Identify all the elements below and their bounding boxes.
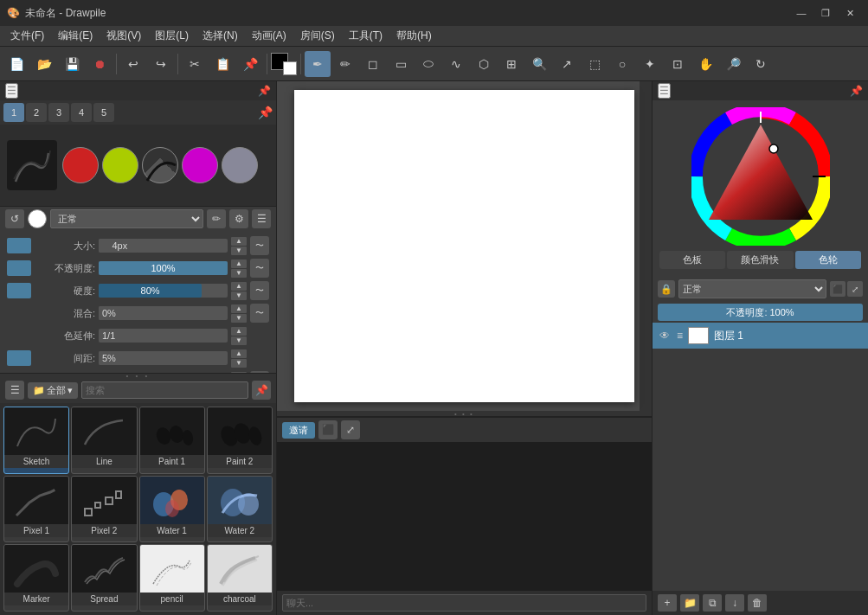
pencil-tool[interactable]: ✏ [332, 51, 358, 77]
brush-cell-charcoal[interactable]: charcoal [207, 544, 273, 612]
size-down[interactable]: ▼ [231, 247, 247, 255]
redo-button[interactable]: ↪ [148, 51, 174, 77]
right-panel-menu-button[interactable]: ☰ [658, 83, 671, 99]
record-button[interactable]: ⏺ [87, 51, 113, 77]
rectangle-tool[interactable]: ▭ [388, 51, 414, 77]
blend-spin[interactable]: ▲ ▼ [231, 304, 247, 323]
menu-tools[interactable]: 工具(T) [342, 27, 389, 45]
color-indicator-dot[interactable] [769, 144, 778, 153]
new-button[interactable]: 📄 [3, 51, 29, 77]
right-panel-collapse-button[interactable]: 📌 [850, 85, 863, 97]
stretch-down[interactable]: ▼ [231, 336, 247, 345]
color-wheel-svg[interactable] [691, 107, 830, 246]
minimize-button[interactable]: — [790, 4, 813, 22]
new-group-button[interactable]: 📁 [680, 594, 699, 612]
merge-layer-button[interactable]: ↓ [725, 594, 744, 612]
cut-button[interactable]: ✂ [182, 51, 208, 77]
hardness-spin[interactable]: ▲ ▼ [231, 282, 247, 300]
hardness-slider[interactable]: 80% [99, 284, 228, 298]
menu-view[interactable]: 视图(V) [100, 27, 148, 45]
brush-cell-pixel1[interactable]: Pixel 1 [3, 476, 69, 543]
menu-edit[interactable]: 编辑(E) [51, 27, 100, 45]
open-button[interactable]: 📂 [31, 51, 57, 77]
brush-cell-pencil[interactable]: pencil [139, 544, 205, 612]
fill-tool[interactable]: ⬡ [471, 51, 497, 77]
brush-tab-5[interactable]: 5 [93, 103, 114, 122]
eraser-tool[interactable]: ◻ [360, 51, 386, 77]
brush-cell-water2[interactable]: Water 2 [207, 476, 273, 543]
spacing-down[interactable]: ▼ [231, 359, 247, 368]
layer-visibility-button[interactable]: 👁 [658, 329, 672, 343]
brush-tab-1[interactable]: 1 [3, 103, 24, 122]
blend-curve-button[interactable]: 〜 [250, 304, 269, 323]
stretch-spin[interactable]: ▲ ▼ [231, 327, 247, 345]
maximize-button[interactable]: ❐ [814, 4, 837, 22]
color-triangle[interactable] [709, 125, 813, 220]
size-slider[interactable]: 4px [99, 239, 228, 253]
hand-tool[interactable]: ✋ [692, 51, 718, 77]
hardness-down[interactable]: ▼ [231, 291, 247, 300]
library-folder-button[interactable]: 📁 全部 ▾ [28, 382, 78, 399]
opacity-curve-button[interactable]: 〜 [250, 259, 269, 278]
library-menu-button[interactable]: ☰ [5, 381, 24, 400]
brush-tool[interactable]: ✒ [305, 51, 331, 77]
hardness-curve-button[interactable]: 〜 [250, 281, 269, 300]
brush-tab-3[interactable]: 3 [48, 103, 69, 122]
brush-cell-line[interactable]: Line [71, 407, 137, 474]
brush-cell-marker[interactable]: Marker [3, 544, 69, 612]
invite-button[interactable]: 邀请 [282, 422, 315, 439]
layer-item-1[interactable]: 👁 ≡ 图层 1 [653, 323, 868, 349]
paste-button[interactable]: 📌 [237, 51, 263, 77]
add-layer-button[interactable]: + [658, 594, 677, 612]
ellipse-tool[interactable]: ⬭ [415, 51, 441, 77]
brush-cell-paint2[interactable]: Paint 2 [207, 407, 273, 474]
brush-cell-water1[interactable]: Water 1 [139, 476, 205, 543]
chat-expand-button[interactable]: ⤢ [341, 420, 360, 439]
size-up[interactable]: ▲ [231, 237, 247, 246]
stretch-slider[interactable]: 1/1 [99, 329, 228, 343]
blend-btn-1[interactable]: ⬛ [830, 281, 845, 297]
size-spin[interactable]: ▲ ▼ [231, 237, 247, 255]
spacing-spin[interactable]: ▲ ▼ [231, 349, 247, 368]
brush-settings-button[interactable]: ⚙ [229, 209, 248, 228]
blend-btn-2[interactable]: ⤢ [847, 281, 863, 297]
brush-color-indicator[interactable] [28, 209, 47, 228]
menu-help[interactable]: 帮助(H) [389, 27, 439, 45]
menu-file[interactable]: 文件(F) [3, 27, 51, 45]
blend-mode-select[interactable]: 正常 正片叠底 滤色 [50, 209, 203, 228]
copy-button[interactable]: 📋 [209, 51, 235, 77]
undo-button[interactable]: ↩ [120, 51, 146, 77]
rotate-tool[interactable]: ↻ [748, 51, 774, 77]
library-search-input[interactable] [81, 381, 248, 399]
layer-lock-button[interactable]: 🔒 [658, 280, 675, 298]
stretch-up[interactable]: ▲ [231, 327, 247, 336]
spacing-slider[interactable]: 5% [99, 351, 228, 365]
panel-menu-button[interactable]: ☰ [5, 83, 18, 99]
transform-tool[interactable]: ⊞ [498, 51, 524, 77]
chat-toggle-button[interactable]: ⬛ [318, 420, 338, 439]
blend-slider[interactable]: 0% [99, 306, 228, 320]
brush-extra-button[interactable]: ☰ [252, 209, 271, 228]
brush-edit-button[interactable]: ✏ [207, 209, 226, 228]
brush-cell-paint1[interactable]: Paint 1 [139, 407, 205, 474]
marquee-tool[interactable]: ⊡ [665, 51, 691, 77]
brush-cell-spread[interactable]: Spread [71, 544, 137, 612]
color-tab-slider[interactable]: 颜色滑快 [727, 251, 793, 269]
brush-reset-button[interactable]: ↺ [5, 209, 24, 228]
color-tab-palette[interactable]: 色板 [659, 251, 725, 269]
menu-select[interactable]: 选择(N) [196, 27, 245, 45]
blend-up[interactable]: ▲ [231, 304, 247, 313]
delete-layer-button[interactable]: 🗑 [748, 594, 767, 612]
right-blend-mode-select[interactable]: 正常 正片叠底 [678, 279, 826, 298]
brush-cell-sketch[interactable]: Sketch [3, 407, 69, 474]
zoom-tool[interactable]: 🔎 [720, 51, 746, 77]
brush-tab-4[interactable]: 4 [71, 103, 92, 122]
color-tab-wheel[interactable]: 色轮 [795, 251, 861, 269]
opacity-up[interactable]: ▲ [231, 259, 247, 268]
pan-tool[interactable]: ↗ [554, 51, 580, 77]
chat-input[interactable] [282, 594, 646, 612]
library-collapse-button[interactable]: 📌 [252, 381, 271, 400]
panel-collapse-button[interactable]: 📌 [258, 85, 271, 97]
color-swatch[interactable] [271, 53, 297, 75]
background-color[interactable] [283, 61, 297, 75]
